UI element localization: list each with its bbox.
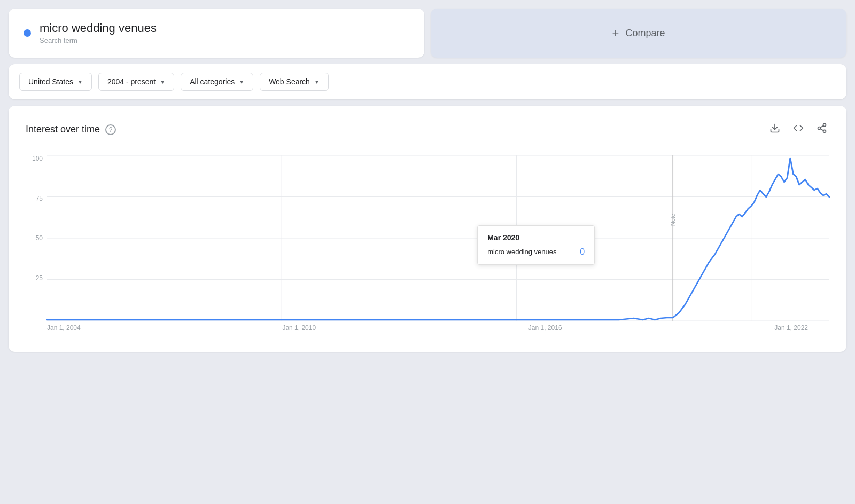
- search-term-title: micro wedding venues: [40, 21, 157, 35]
- search-term-card: micro wedding venues Search term: [9, 9, 424, 58]
- search-term-sublabel: Search term: [40, 36, 77, 44]
- category-label: All categories: [190, 77, 235, 86]
- compare-card[interactable]: + Compare: [431, 9, 846, 58]
- x-label-2016: Jan 1, 2016: [528, 324, 562, 332]
- location-filter[interactable]: United States ▼: [19, 73, 92, 91]
- y-label-25: 25: [36, 275, 43, 281]
- tooltip-row: micro wedding venues 0: [487, 247, 585, 257]
- chart-header: Interest over time ?: [26, 121, 829, 138]
- trend-chart: [47, 155, 829, 321]
- help-icon[interactable]: ?: [105, 124, 116, 135]
- compare-plus-icon: +: [612, 26, 619, 40]
- search-type-label: Web Search: [269, 77, 310, 86]
- category-chevron-icon: ▼: [239, 79, 244, 85]
- x-label-2022: Jan 1, 2022: [774, 324, 808, 332]
- tooltip-date: Mar 2020: [487, 233, 585, 242]
- x-label-2010: Jan 1, 2010: [282, 324, 316, 332]
- filters-bar: United States ▼ 2004 - present ▼ All cat…: [9, 64, 846, 99]
- svg-line-4: [820, 129, 823, 131]
- interest-over-time-card: Interest over time ?: [9, 106, 846, 352]
- category-filter[interactable]: All categories ▼: [181, 73, 253, 91]
- svg-line-5: [820, 126, 823, 128]
- tooltip-term: micro wedding venues: [487, 248, 556, 256]
- y-label-75: 75: [36, 195, 43, 202]
- tooltip-value: 0: [580, 247, 585, 257]
- search-type-filter[interactable]: Web Search ▼: [260, 73, 329, 91]
- compare-label: Compare: [625, 28, 665, 39]
- share-button[interactable]: [814, 121, 829, 138]
- chart-svg-container: Mar 2020 micro wedding venues 0 Note: [47, 155, 829, 321]
- x-label-2004: Jan 1, 2004: [47, 324, 81, 332]
- location-chevron-icon: ▼: [77, 79, 83, 85]
- tooltip: Mar 2020 micro wedding venues 0: [477, 225, 595, 265]
- chart-title-row: Interest over time ?: [26, 124, 116, 135]
- time-chevron-icon: ▼: [160, 79, 165, 85]
- search-term-text: micro wedding venues Search term: [40, 21, 157, 45]
- search-term-dot: [24, 29, 31, 37]
- y-label-100: 100: [32, 155, 43, 162]
- embed-button[interactable]: [791, 121, 806, 138]
- chart-actions: [767, 121, 829, 138]
- note-label: Note: [670, 214, 676, 226]
- x-axis: Jan 1, 2004 Jan 1, 2010 Jan 1, 2016 Jan …: [47, 321, 829, 337]
- search-type-chevron-icon: ▼: [314, 79, 320, 85]
- time-label: 2004 - present: [107, 77, 156, 86]
- chart-area: 100 75 50 25 0: [26, 155, 829, 337]
- download-button[interactable]: [767, 121, 782, 138]
- y-label-50: 50: [36, 235, 43, 241]
- y-axis: 100 75 50 25 0: [26, 155, 47, 321]
- location-label: United States: [28, 77, 73, 86]
- time-filter[interactable]: 2004 - present ▼: [98, 73, 174, 91]
- chart-title: Interest over time: [26, 124, 100, 135]
